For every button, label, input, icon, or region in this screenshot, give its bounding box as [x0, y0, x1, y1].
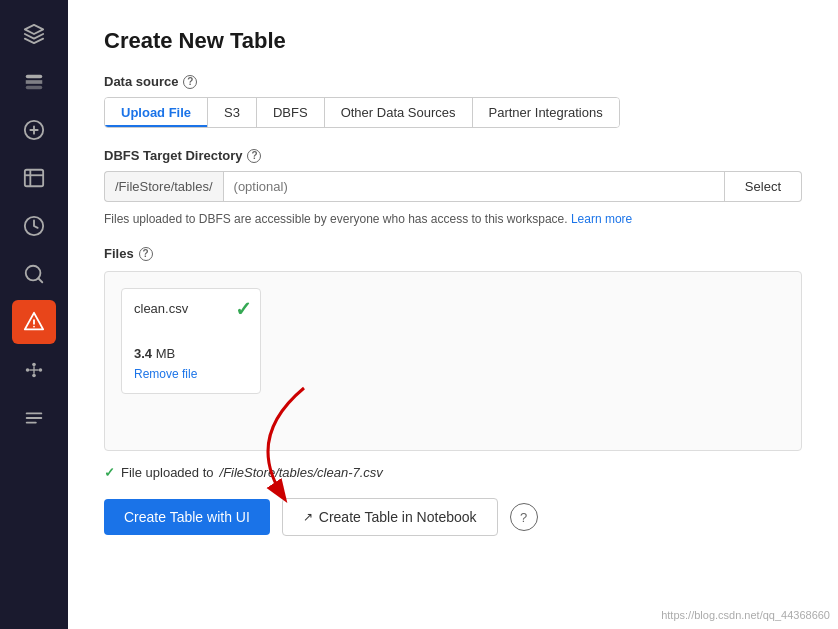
- path-input[interactable]: [223, 171, 725, 202]
- dbfs-section: DBFS Target Directory ? /FileStore/table…: [104, 148, 802, 228]
- dbfs-label: DBFS Target Directory ?: [104, 148, 802, 163]
- dbfs-path-row: /FileStore/tables/ Select: [104, 171, 802, 202]
- sidebar-item-list[interactable]: [12, 396, 56, 440]
- upload-path: /FileStore/tables/clean-7.csv: [220, 465, 383, 480]
- path-prefix: /FileStore/tables/: [104, 171, 223, 202]
- upload-check-icon: ✓: [104, 465, 115, 480]
- file-name: clean.csv: [134, 301, 248, 316]
- file-card: clean.csv ✓ 3.4 MB Remove file: [121, 288, 261, 394]
- tab-other[interactable]: Other Data Sources: [325, 98, 473, 127]
- files-area: clean.csv ✓ 3.4 MB Remove file: [104, 271, 802, 451]
- dbfs-help-icon[interactable]: ?: [247, 149, 261, 163]
- learn-more-link[interactable]: Learn more: [571, 212, 632, 226]
- dbfs-info-text: Files uploaded to DBFS are accessible by…: [104, 210, 802, 228]
- datasource-tabs: Upload File S3 DBFS Other Data Sources P…: [104, 97, 620, 128]
- file-check-icon: ✓: [235, 297, 252, 321]
- tab-upload-file[interactable]: Upload File: [105, 98, 208, 127]
- sidebar-item-alert[interactable]: [12, 300, 56, 344]
- datasource-help-icon[interactable]: ?: [183, 75, 197, 89]
- svg-rect-2: [26, 86, 43, 90]
- svg-rect-6: [25, 170, 43, 187]
- svg-point-17: [32, 374, 36, 378]
- svg-point-15: [26, 368, 30, 372]
- sidebar-item-plus[interactable]: [12, 108, 56, 152]
- tab-partner[interactable]: Partner Integrations: [473, 98, 619, 127]
- files-label: Files ?: [104, 246, 802, 261]
- sidebar-item-database[interactable]: [12, 60, 56, 104]
- upload-status: ✓ File uploaded to /FileStore/tables/cle…: [104, 465, 802, 480]
- svg-rect-1: [26, 80, 43, 84]
- actions-help-icon[interactable]: ?: [510, 503, 538, 531]
- sidebar-item-search[interactable]: [12, 252, 56, 296]
- svg-line-11: [38, 278, 42, 282]
- main-content: Create New Table Data source ? Upload Fi…: [68, 0, 838, 629]
- external-link-icon: ↗: [303, 510, 313, 524]
- sidebar-item-table[interactable]: [12, 156, 56, 200]
- sidebar-item-clock[interactable]: [12, 204, 56, 248]
- sidebar-item-layers[interactable]: [12, 12, 56, 56]
- watermark: https://blog.csdn.net/qq_44368660: [661, 609, 830, 621]
- svg-rect-0: [26, 75, 43, 79]
- sidebar-item-workflow[interactable]: [12, 348, 56, 392]
- select-button[interactable]: Select: [725, 171, 802, 202]
- datasource-label: Data source ?: [104, 74, 802, 89]
- file-size: 3.4 MB: [134, 346, 248, 361]
- files-help-icon[interactable]: ?: [139, 247, 153, 261]
- tab-dbfs[interactable]: DBFS: [257, 98, 325, 127]
- bottom-row: Create Table with UI ↗ Create Table in N…: [104, 498, 802, 536]
- sidebar: [0, 0, 68, 629]
- page-title: Create New Table: [104, 28, 802, 54]
- tab-s3[interactable]: S3: [208, 98, 257, 127]
- svg-point-16: [32, 363, 36, 367]
- svg-point-14: [33, 326, 35, 328]
- remove-file-link[interactable]: Remove file: [134, 367, 197, 381]
- svg-point-18: [39, 368, 43, 372]
- create-table-ui-button[interactable]: Create Table with UI: [104, 499, 270, 535]
- create-table-notebook-button[interactable]: ↗ Create Table in Notebook: [282, 498, 498, 536]
